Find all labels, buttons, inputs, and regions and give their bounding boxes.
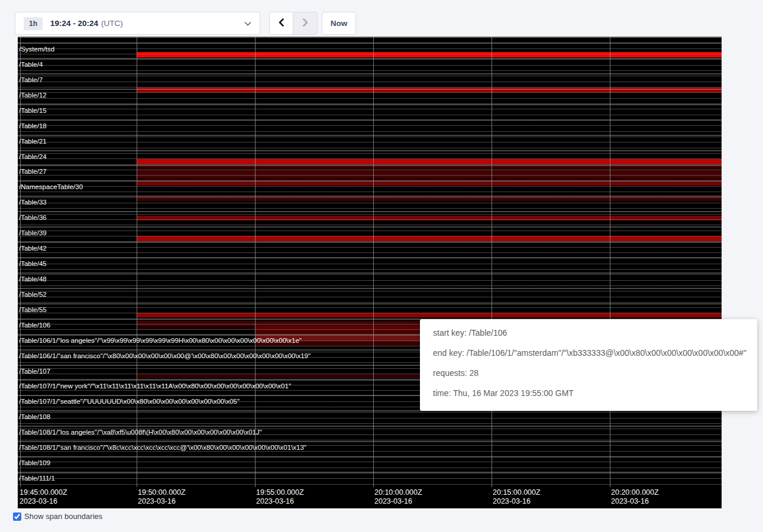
row-label: /Table/55 [19,306,47,314]
row-label: /Table/27 [19,167,47,176]
row-label: /Table/108 [19,413,50,421]
row-label: /Table/106/1/"los angeles"/"\x99\x99\x99… [19,336,302,345]
time-range-text: 19:24 - 20:24 [50,19,98,28]
axis-tick: 19:50:00.000Z2023-03-16 [138,488,186,506]
span-boundaries-checkbox[interactable] [13,512,21,521]
row-label: /Table/107/1/"seattle"/"UUUUUUD\x00\x80\… [19,397,240,406]
time-axis: 19:45:00.000Z2023-03-1619:50:00.000Z2023… [18,488,722,508]
prev-time-button[interactable] [269,12,293,35]
row-labels-layer: /System/tsd/Table/4/Table/7/Table/12/Tab… [18,37,722,487]
axis-tick: 19:45:00.000Z2023-03-16 [20,488,67,506]
row-label: /Table/7 [19,76,43,84]
now-button[interactable]: Now [322,12,356,35]
row-label: /Table/21 [19,137,47,145]
row-label: /Table/109 [19,459,50,467]
axis-tick: 20:20:00.000Z2023-03-16 [611,488,659,506]
row-label: /Table/108/1/"san francisco"/"\x8c\xcc\x… [19,443,306,452]
row-label: /Table/18 [19,122,47,130]
next-time-button[interactable] [293,12,318,35]
footer-controls: Show span boundaries [13,512,102,521]
time-range-timezone: (UTC) [101,19,123,28]
axis-tick: 20:10:00.000Z2023-03-16 [374,488,422,506]
bucket-tooltip: start key: /Table/106 end key: /Table/10… [420,319,757,411]
tooltip-requests: requests: 28 [433,367,744,379]
row-label: /Table/111/1 [19,474,55,482]
row-label: /Table/107/1/"new york"/"\x11\x11\x11\x1… [19,382,291,390]
row-label: /Table/108/1/"los angeles"/"\xa8\xf5\u00… [19,428,262,436]
row-label: /Table/42 [19,244,47,252]
row-label: /Table/15 [19,106,47,115]
row-label: /Table/48 [19,275,47,283]
row-label: /Table/106 [19,321,50,329]
row-label: /NamespaceTable/30 [19,183,83,191]
time-range-dropdown[interactable]: 1h 19:24 - 20:24 (UTC) [15,12,260,35]
key-visualizer-heatmap[interactable]: /System/tsd/Table/4/Table/7/Table/12/Tab… [18,37,722,508]
row-label: /Table/4 [19,60,43,69]
row-label: /Table/12 [19,91,47,99]
span-boundaries-label: Show span boundaries [24,512,102,521]
time-range-badge: 1h [24,17,43,30]
chevron-left-icon [277,18,286,29]
row-label: /Table/33 [19,198,47,206]
row-label: /Table/106/1/"san francisco"/"\x80\x00\x… [19,352,311,360]
time-nav-button-group [269,12,318,35]
tooltip-end-key: end key: /Table/106/1/"amsterdam"/"\xb33… [433,347,744,359]
tooltip-time: time: Thu, 16 Mar 2023 19:55:00 GMT [433,387,744,399]
row-label: /Table/39 [19,229,47,237]
row-label: /Table/107 [19,367,50,375]
tooltip-start-key: start key: /Table/106 [433,327,744,339]
row-label: /Table/24 [19,153,47,161]
chevron-right-icon [301,18,309,29]
chevron-down-icon [244,21,251,26]
axis-tick: 20:15:00.000Z2023-03-16 [493,488,541,506]
row-label: /Table/52 [19,290,47,299]
row-label: /Table/45 [19,259,47,268]
row-label: /System/tsd [19,45,54,53]
row-label: /Table/36 [19,213,47,222]
axis-tick: 19:55:00.000Z2023-03-16 [256,488,304,506]
